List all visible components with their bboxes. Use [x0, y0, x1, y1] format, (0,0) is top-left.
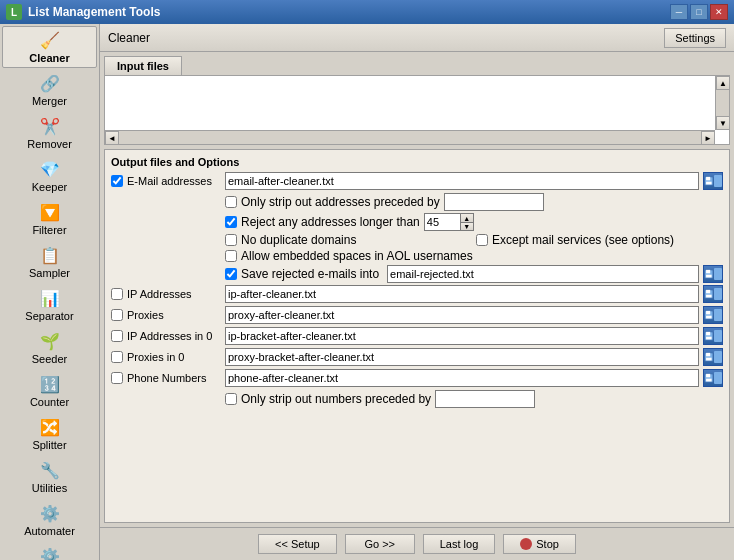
sidebar-item-automater[interactable]: ⚙️ Automater	[2, 499, 97, 541]
automater-icon: ⚙️	[38, 504, 62, 523]
proxies-filename-input[interactable]: proxy-after-cleaner.txt	[225, 306, 699, 324]
proxies-label[interactable]: Proxies	[111, 309, 221, 321]
ip-filename-input[interactable]: ip-after-cleaner.txt	[225, 285, 699, 303]
sidebar-label-cleaner: Cleaner	[29, 52, 69, 64]
spin-down-button[interactable]: ▼	[460, 222, 474, 231]
phone-save-button[interactable]	[703, 369, 723, 387]
ip-in-label-text: IP Addresses in 0	[127, 330, 212, 342]
sidebar-item-remover[interactable]: ✂️ Remover	[2, 112, 97, 154]
ip-label[interactable]: IP Addresses	[111, 288, 221, 300]
no-duplicate-checkbox[interactable]	[225, 234, 237, 246]
scroll-left-button[interactable]: ◄	[105, 131, 119, 145]
allow-embedded-row: Allow embedded spaces in AOL usernames	[111, 249, 723, 263]
sidebar-label-remover: Remover	[27, 138, 72, 150]
sidebar-item-separator[interactable]: 📊 Separator	[2, 284, 97, 326]
save-rejected-input[interactable]: email-rejected.txt	[387, 265, 699, 283]
sidebar-item-seeder[interactable]: 🌱 Seeder	[2, 327, 97, 369]
sidebar-item-sampler[interactable]: 📋 Sampler	[2, 241, 97, 283]
output-section-title: Output files and Options	[111, 156, 723, 168]
counter-icon: 🔢	[38, 375, 62, 394]
maximize-button[interactable]: □	[690, 4, 708, 20]
proxies-checkbox[interactable]	[111, 309, 123, 321]
save-rejected-label: Save rejected e-mails into	[241, 267, 379, 281]
sidebar-label-sampler: Sampler	[29, 267, 70, 279]
ip-save-button[interactable]	[703, 285, 723, 303]
except-mail-label: Except mail services (see options)	[492, 233, 674, 247]
sidebar-item-options[interactable]: ⚙️ Options	[2, 542, 97, 560]
ip-in-filename-input[interactable]: ip-bracket-after-cleaner.txt	[225, 327, 699, 345]
save-rejected-row: Save rejected e-mails into email-rejecte…	[111, 265, 723, 283]
minimize-button[interactable]: ─	[670, 4, 688, 20]
reject-value-input[interactable]: 45	[424, 213, 460, 231]
only-strip-row: Only strip out addresses preceded by	[111, 193, 723, 211]
svg-rect-7	[706, 290, 710, 293]
email-save-button[interactable]	[703, 172, 723, 190]
proxies-in-label[interactable]: Proxies in 0	[111, 351, 221, 363]
spin-up-button[interactable]: ▲	[460, 213, 474, 222]
sidebar-item-cleaner[interactable]: 🧹 Cleaner	[2, 26, 97, 68]
sidebar-item-utilities[interactable]: 🔧 Utilities	[2, 456, 97, 498]
horizontal-scrollbar[interactable]: ◄ ►	[105, 130, 715, 144]
svg-rect-5	[706, 275, 712, 278]
sidebar-label-merger: Merger	[32, 95, 67, 107]
settings-button[interactable]: Settings	[664, 28, 726, 48]
last-log-button[interactable]: Last log	[423, 534, 496, 554]
tab-bar: Input files	[104, 56, 730, 75]
proxies-in-save-button[interactable]	[703, 348, 723, 366]
scroll-track-h	[119, 131, 701, 144]
reject-label: Reject any addresses longer than	[241, 215, 420, 229]
sidebar-label-counter: Counter	[30, 396, 69, 408]
only-strip-numbers-input[interactable]	[435, 390, 535, 408]
proxies-in-filename-input[interactable]: proxy-bracket-after-cleaner.txt	[225, 348, 699, 366]
proxies-in-checkbox[interactable]	[111, 351, 123, 363]
setup-button[interactable]: << Setup	[258, 534, 337, 554]
output-section: Output files and Options E-Mail addresse…	[104, 149, 730, 523]
stop-button[interactable]: Stop	[503, 534, 576, 554]
except-mail-checkbox[interactable]	[476, 234, 488, 246]
sidebar-item-filterer[interactable]: 🔽 Filterer	[2, 198, 97, 240]
email-label[interactable]: E-Mail addresses	[111, 175, 221, 187]
scroll-down-button[interactable]: ▼	[716, 116, 730, 130]
reject-row: Reject any addresses longer than 45 ▲ ▼	[111, 213, 723, 231]
floppy-icon-5	[704, 329, 714, 343]
ip-in-save-button[interactable]	[703, 327, 723, 345]
email-checkbox[interactable]	[111, 175, 123, 187]
email-label-text: E-Mail addresses	[127, 175, 212, 187]
only-strip-input[interactable]	[444, 193, 544, 211]
tab-input-files[interactable]: Input files	[104, 56, 182, 75]
no-duplicate-section: No duplicate domains	[225, 233, 472, 247]
only-strip-numbers-checkbox[interactable]	[225, 393, 237, 405]
save-rejected-checkbox[interactable]	[225, 268, 237, 280]
reject-checkbox[interactable]	[225, 216, 237, 228]
phone-checkbox[interactable]	[111, 372, 123, 384]
only-strip-checkbox[interactable]	[225, 196, 237, 208]
phone-label[interactable]: Phone Numbers	[111, 372, 221, 384]
scroll-up-button[interactable]: ▲	[716, 76, 730, 90]
proxies-save-button[interactable]	[703, 306, 723, 324]
sidebar-item-keeper[interactable]: 💎 Keeper	[2, 155, 97, 197]
scroll-right-button[interactable]: ►	[701, 131, 715, 145]
sidebar-item-counter[interactable]: 🔢 Counter	[2, 370, 97, 412]
filterer-icon: 🔽	[38, 203, 62, 222]
proxies-in-label-text: Proxies in 0	[127, 351, 184, 363]
allow-embedded-checkbox[interactable]	[225, 250, 237, 262]
close-button[interactable]: ✕	[710, 4, 728, 20]
email-filename-input[interactable]: email-after-cleaner.txt	[225, 172, 699, 190]
save-rejected-save-button[interactable]	[703, 265, 723, 283]
sidebar-label-separator: Separator	[25, 310, 73, 322]
allow-embedded-label: Allow embedded spaces in AOL usernames	[241, 249, 473, 263]
proxies-label-text: Proxies	[127, 309, 164, 321]
svg-rect-8	[706, 295, 712, 298]
ip-in-label[interactable]: IP Addresses in 0	[111, 330, 221, 342]
ip-in-checkbox[interactable]	[111, 330, 123, 342]
sidebar-item-merger[interactable]: 🔗 Merger	[2, 69, 97, 111]
ip-checkbox[interactable]	[111, 288, 123, 300]
phone-filename-input[interactable]: phone-after-cleaner.txt	[225, 369, 699, 387]
go-button[interactable]: Go >>	[345, 534, 415, 554]
app-icon: L	[6, 4, 22, 20]
vertical-scrollbar[interactable]: ▲ ▼	[715, 76, 729, 130]
svg-rect-4	[706, 270, 710, 273]
svg-rect-17	[706, 358, 712, 361]
sidebar-item-splitter[interactable]: 🔀 Splitter	[2, 413, 97, 455]
floppy-icon-7	[704, 371, 714, 385]
